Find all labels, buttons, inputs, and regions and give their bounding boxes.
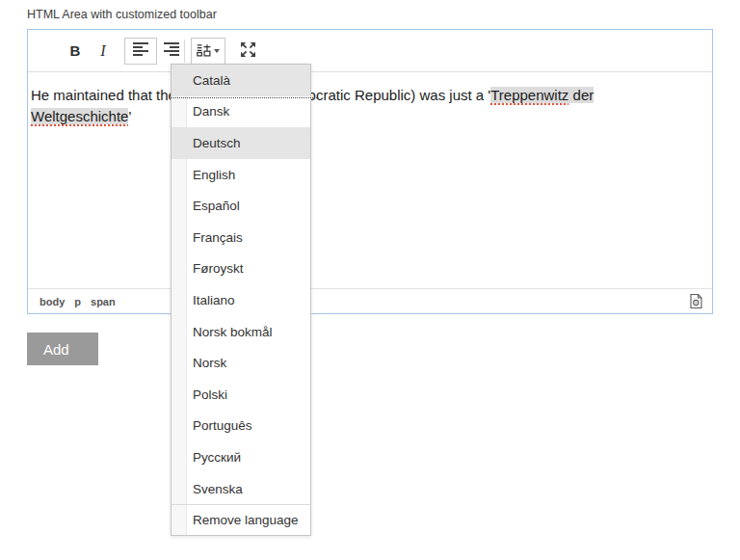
menu-item[interactable]: Norsk bbox=[172, 347, 310, 379]
menu-item[interactable]: Svenska bbox=[172, 473, 310, 505]
resize-handle-icon[interactable] bbox=[688, 293, 704, 309]
editor-toolbar: B I bbox=[28, 30, 712, 72]
menu-item[interactable]: Català bbox=[172, 65, 310, 96]
editor-statusbar: bodypspan bbox=[28, 288, 712, 313]
italic-button[interactable]: I bbox=[90, 38, 117, 65]
path-segment-body[interactable]: body bbox=[40, 296, 65, 307]
menu-item-label: Dansk bbox=[193, 104, 229, 119]
text-run: Weltgeschichte bbox=[31, 108, 128, 124]
menu-item[interactable]: English bbox=[172, 159, 310, 191]
text-run: ' bbox=[128, 108, 131, 124]
menu-item[interactable]: Norsk bokmål bbox=[172, 316, 310, 348]
toolbar-separator bbox=[184, 40, 185, 63]
fullscreen-button[interactable] bbox=[233, 38, 262, 65]
menu-item-label: Svenska bbox=[193, 482, 243, 496]
menu-item[interactable]: Français bbox=[172, 222, 310, 253]
menu-item-label: Français bbox=[193, 230, 243, 245]
align-left-button[interactable] bbox=[124, 38, 157, 65]
field-label: HTML Area with customized toolbar bbox=[27, 8, 217, 21]
language-icon bbox=[197, 42, 211, 60]
menu-item-label: Català bbox=[193, 73, 230, 88]
menu-item-remove-language[interactable]: Remove language bbox=[172, 505, 310, 535]
menu-item[interactable]: Português bbox=[172, 411, 310, 442]
menu-item-label: Remove language bbox=[193, 513, 299, 527]
fullscreen-icon bbox=[240, 41, 256, 61]
html-area-editor: B I bbox=[27, 29, 713, 314]
add-button[interactable]: Add bbox=[27, 333, 98, 365]
align-right-button[interactable] bbox=[161, 38, 180, 65]
text-run: der bbox=[568, 87, 594, 103]
menu-item-label: Føroyskt bbox=[193, 261, 244, 276]
path-segment-p[interactable]: p bbox=[74, 296, 81, 307]
menu-item[interactable]: Deutsch bbox=[172, 127, 310, 159]
chevron-down-icon bbox=[214, 49, 220, 53]
language-menu-list: Català Dansk Deutsch English Español Fra… bbox=[172, 65, 310, 504]
menu-item-label: Italiano bbox=[193, 293, 235, 307]
menu-item-label: Deutsch bbox=[193, 136, 241, 150]
menu-item-label: English bbox=[193, 168, 235, 182]
menu-item[interactable]: Español bbox=[172, 190, 310, 222]
editor-content[interactable]: He maintained that the GDR (German Democ… bbox=[28, 72, 705, 127]
menu-item-label: Español bbox=[193, 199, 240, 213]
menu-item-label: Polski bbox=[193, 387, 227, 402]
menu-item[interactable]: Polski bbox=[172, 379, 310, 411]
menu-item[interactable]: Føroyskt bbox=[172, 253, 310, 285]
menu-item[interactable]: Русский bbox=[172, 441, 310, 473]
element-path: bodypspan bbox=[40, 296, 116, 307]
language-dropdown-button[interactable] bbox=[191, 38, 225, 65]
align-right-icon bbox=[163, 42, 179, 59]
menu-item[interactable]: Italiano bbox=[172, 284, 310, 316]
bold-button[interactable]: B bbox=[61, 38, 90, 65]
menu-item-label: Norsk bokmål bbox=[193, 325, 273, 339]
language-menu: Català Dansk Deutsch English Español Fra… bbox=[171, 64, 311, 536]
paragraph: He maintained that the GDR (German Democ… bbox=[31, 85, 698, 127]
menu-item-label: Русский bbox=[193, 450, 241, 465]
text-run: Treppenwitz bbox=[490, 87, 568, 103]
menu-item[interactable]: Dansk bbox=[172, 96, 310, 128]
menu-item-label: Norsk bbox=[193, 356, 226, 370]
align-left-icon bbox=[133, 42, 149, 59]
path-segment-span[interactable]: span bbox=[91, 296, 116, 307]
menu-item-label: Português bbox=[193, 418, 252, 433]
